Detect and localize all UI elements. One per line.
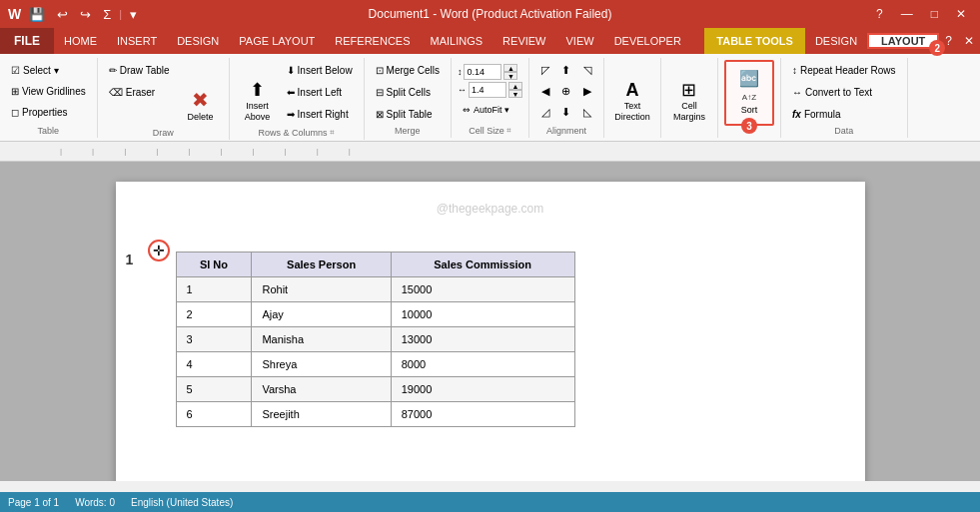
document-page: @thegeekpage.com 1 ✛ Sl No Sales Person …: [116, 182, 865, 481]
row-height-input[interactable]: [464, 64, 501, 80]
word-logo-icon: W: [8, 6, 21, 22]
sigma-button[interactable]: Σ: [99, 5, 115, 24]
table-cell-col-0: 4: [176, 352, 252, 377]
qat-separator: |: [119, 8, 122, 20]
table-tools-label: TABLE TOOLS: [704, 28, 805, 54]
document-area: @thegeekpage.com 1 ✛ Sl No Sales Person …: [0, 162, 980, 481]
language: English (United States): [131, 497, 233, 508]
align-top-right[interactable]: ◹: [577, 60, 597, 80]
text-direction-content: A TextDirection: [610, 60, 654, 134]
word-count: Words: 0: [75, 497, 115, 508]
ribbon-group-draw: ✏ Draw Table ⌫ Eraser ✖ Delete Draw: [98, 58, 230, 140]
convert-text-icon: ↔: [792, 87, 802, 98]
menu-developer[interactable]: DEVELOPER: [604, 28, 691, 54]
watermark: @thegeekpage.com: [437, 202, 544, 216]
table-cell-col-1: Sreejith: [252, 402, 391, 427]
col-width-down[interactable]: ▼: [508, 90, 522, 98]
properties-button[interactable]: ◻ Properties: [6, 102, 73, 122]
undo-button[interactable]: ↩: [53, 5, 72, 24]
align-bottom-center[interactable]: ⬇: [556, 102, 576, 122]
close-button[interactable]: ✕: [950, 5, 972, 23]
row-col-small-buttons: ⬇ Insert Below ⬅ Insert Left ➡ Insert Ri…: [282, 60, 358, 124]
ribbon-group-cell-size: ↕ ▲ ▼ ↔ ▲ ▼ ⇔ AutoFit ▾ Cell Si: [452, 58, 529, 138]
view-gridlines-button[interactable]: ⊞ View Gridlines: [6, 81, 91, 101]
col-width-input[interactable]: [469, 82, 506, 98]
align-bottom-right[interactable]: ◺: [577, 102, 597, 122]
sort-button[interactable]: 🔤A↑Z Sort: [724, 60, 774, 126]
tab-design[interactable]: DESIGN: [805, 28, 867, 54]
ribbon-close-button[interactable]: ✕: [958, 28, 980, 54]
table-group-content: ☑ Select ▾ ⊞ View Gridlines ◻ Properties: [6, 60, 91, 124]
minimize-button[interactable]: —: [895, 5, 919, 23]
qat-dropdown[interactable]: ▾: [126, 5, 141, 24]
menu-view[interactable]: VIEW: [556, 28, 604, 54]
col-width-up[interactable]: ▲: [508, 82, 522, 90]
formula-icon: fx: [792, 109, 801, 120]
merge-cells-button[interactable]: ⊡ Merge Cells: [371, 60, 445, 80]
menu-review[interactable]: REVIEW: [492, 28, 555, 54]
cell-size-expand-icon[interactable]: ⌗: [506, 126, 511, 136]
table-cell-col-1: Manisha: [252, 327, 391, 352]
merge-group-label: Merge: [371, 126, 445, 136]
rows-cols-content: ⬆ InsertAbove ⬇ Insert Below ⬅ Insert Le…: [236, 60, 358, 126]
align-middle-left[interactable]: ◀: [535, 81, 555, 101]
status-bar: Page 1 of 1 Words: 0 English (United Sta…: [0, 492, 980, 512]
menu-insert[interactable]: INSERT: [107, 28, 167, 54]
table-row: 5Varsha19000: [176, 377, 574, 402]
convert-to-text-button[interactable]: ↔ Convert to Text: [787, 82, 877, 102]
select-button[interactable]: ☑ Select ▾: [6, 60, 64, 80]
delete-button[interactable]: ✖ Delete: [179, 60, 223, 126]
alignment-label: Alignment: [535, 126, 597, 136]
align-top-left[interactable]: ◸: [535, 60, 555, 80]
cell-margins-button[interactable]: ⊞ CellMargins: [667, 60, 711, 126]
insert-left-button[interactable]: ⬅ Insert Left: [282, 82, 358, 102]
repeat-header-rows-button[interactable]: ↕ Repeat Header Rows: [787, 60, 901, 80]
ribbon-group-merge: ⊡ Merge Cells ⊟ Split Cells ⊠ Split Tabl…: [365, 58, 452, 138]
menu-references[interactable]: REFERENCES: [325, 28, 420, 54]
align-top-center[interactable]: ⬆: [556, 60, 576, 80]
eraser-icon: ⌫: [109, 87, 123, 98]
text-direction-button[interactable]: A TextDirection: [610, 60, 654, 126]
ribbon-group-sort: 🔤A↑Z Sort 3: [718, 58, 781, 138]
autofit-icon: ⇔: [463, 105, 471, 115]
eraser-button[interactable]: ⌫ Eraser: [104, 82, 175, 102]
rows-cols-label: Rows & Columns ⌗: [236, 128, 358, 138]
table-cell-col-1: Varsha: [252, 377, 391, 402]
ribbon-group-rows-cols: ⬆ InsertAbove ⬇ Insert Below ⬅ Insert Le…: [230, 58, 365, 140]
row-height-control: ↕ ▲ ▼: [458, 64, 518, 80]
formula-button[interactable]: fx Formula: [787, 104, 846, 124]
align-middle-center[interactable]: ⊕: [556, 81, 576, 101]
align-bottom-left[interactable]: ◿: [535, 102, 555, 122]
menu-home[interactable]: HOME: [54, 28, 107, 54]
menu-design[interactable]: DESIGN: [167, 28, 229, 54]
insert-right-button[interactable]: ➡ Insert Right: [282, 104, 358, 124]
col-width-control: ↔ ▲ ▼: [458, 82, 522, 98]
menu-mailings[interactable]: MAILINGS: [421, 28, 493, 54]
row-height-down[interactable]: ▼: [503, 72, 517, 80]
autofit-button[interactable]: ⇔ AutoFit ▾: [458, 100, 514, 120]
help-button[interactable]: ?: [870, 5, 889, 23]
save-button[interactable]: 💾: [25, 5, 49, 24]
table-move-handle[interactable]: ✛: [148, 240, 170, 261]
header-sales-person: Sales Person: [252, 253, 391, 277]
menu-page-layout[interactable]: PAGE LAYOUT: [229, 28, 325, 54]
menu-file[interactable]: FILE: [0, 28, 54, 54]
insert-below-button[interactable]: ⬇ Insert Below: [282, 60, 358, 80]
draw-table-button[interactable]: ✏ Draw Table: [104, 60, 175, 80]
draw-table-icon: ✏: [109, 65, 117, 76]
header-sl-no: Sl No: [176, 253, 252, 277]
rows-cols-expand-icon[interactable]: ⌗: [330, 128, 335, 138]
menu-bar: FILE HOME INSERT DESIGN PAGE LAYOUT REFE…: [0, 28, 980, 54]
split-cells-button[interactable]: ⊟ Split Cells: [371, 82, 436, 102]
insert-above-button[interactable]: ⬆ InsertAbove: [236, 60, 280, 126]
ribbon-group-alignment: ◸ ⬆ ◹ ◀ ⊕ ▶ ◿ ⬇ ◺ Alignment: [529, 58, 604, 138]
row-height-up[interactable]: ▲: [503, 64, 517, 72]
align-middle-right[interactable]: ▶: [577, 81, 597, 101]
split-table-button[interactable]: ⊠ Split Table: [371, 104, 438, 124]
gridlines-icon: ⊞: [11, 86, 19, 97]
redo-button[interactable]: ↪: [76, 5, 95, 24]
maximize-button[interactable]: □: [925, 5, 944, 23]
table-group-label: Table: [6, 126, 91, 136]
sort-content: 🔤A↑Z Sort 3: [724, 60, 774, 134]
properties-icon: ◻: [11, 107, 19, 118]
